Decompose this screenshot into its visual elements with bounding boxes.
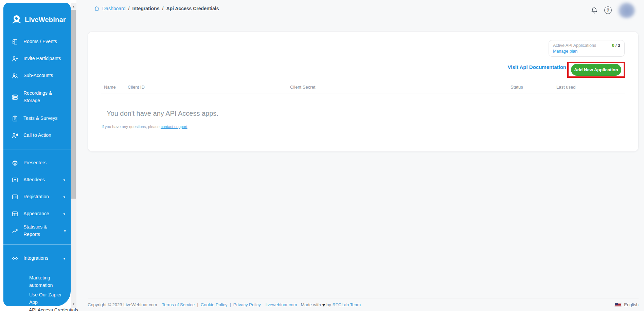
- badge-icon: [12, 177, 18, 183]
- copyright-text: Copyright © 2023 LiveWebinar.com: [88, 302, 157, 307]
- heart-icon: ♥: [322, 302, 325, 308]
- terms-of-service-link[interactable]: Terms of Service: [162, 302, 195, 307]
- avatar[interactable]: [618, 2, 635, 18]
- privacy-policy-link[interactable]: Privacy Policy: [233, 302, 261, 307]
- chart-icon: [12, 227, 18, 234]
- sidebar-item-label: Registration: [23, 193, 49, 201]
- sidebar-subitem-label: Use Our Zapier App: [29, 291, 66, 306]
- us-flag-icon: [615, 303, 621, 307]
- sidebar-item-sub-accounts[interactable]: Sub-Accounts: [3, 67, 71, 84]
- rtclab-team-link[interactable]: RTCLab Team: [333, 302, 361, 307]
- sidebar-item-statistics-reports[interactable]: Statistics & Reports ▾: [3, 222, 71, 239]
- sidebar-subitem-marketing-automation[interactable]: Marketing automation: [3, 272, 71, 291]
- header-actions: ?: [590, 0, 635, 20]
- sidebar-nav: Rooms / Events Invite Participants Sub-A…: [3, 33, 71, 306]
- breadcrumb-separator: /: [128, 6, 130, 11]
- sidebar-scrollbar[interactable]: ▲ ▼: [71, 3, 76, 308]
- breadcrumb-dashboard-link[interactable]: Dashboard: [102, 6, 126, 11]
- api-usage-box: Active API Applications 0 / 3 Manage pla…: [549, 40, 625, 57]
- announce-icon: [12, 132, 18, 139]
- webcam-logo-icon: [10, 15, 22, 25]
- sidebar-item-integrations[interactable]: Integrations ▾: [3, 250, 71, 267]
- cookie-policy-link[interactable]: Cookie Policy: [201, 302, 228, 307]
- bell-icon[interactable]: [590, 6, 598, 14]
- contact-support-link[interactable]: contact support: [161, 125, 187, 129]
- sidebar-item-call-to-action[interactable]: Call to Action: [3, 127, 71, 144]
- breadcrumb: Dashboard / Integrations / Api Access Cr…: [94, 6, 219, 11]
- layout-icon: [12, 211, 18, 217]
- form-icon: [12, 194, 18, 200]
- column-header-last-used: Last used: [556, 85, 575, 90]
- sidebar-item-label: Statistics & Reports: [23, 223, 58, 238]
- column-header-client-id: Client ID: [128, 85, 145, 90]
- sidebar-subitem-label: Marketing automation: [29, 274, 62, 289]
- sidebar-item-label: Rooms / Events: [23, 38, 57, 45]
- chevron-down-icon: ▾: [63, 195, 65, 199]
- api-credentials-card: Active API Applications 0 / 3 Manage pla…: [88, 31, 639, 152]
- door-icon: [12, 38, 18, 45]
- sidebar-item-attendees[interactable]: Attendees ▾: [3, 171, 71, 188]
- column-header-status: Status: [511, 85, 523, 90]
- scroll-down-arrow-icon[interactable]: ▼: [71, 301, 76, 307]
- sidebar-item-label: Call to Action: [23, 132, 51, 139]
- sidebar-item-registration[interactable]: Registration ▾: [3, 188, 71, 205]
- livewebinar-site-link[interactable]: livewebinar.com: [266, 302, 297, 307]
- person-add-icon: [12, 55, 18, 62]
- sidebar-subitem-zapier-app[interactable]: Use Our Zapier App: [3, 291, 71, 306]
- help-icon[interactable]: ?: [604, 6, 612, 14]
- sidebar-item-label: Appearance: [23, 210, 49, 218]
- brand-name: LiveWebinar: [25, 16, 66, 24]
- people-icon: [12, 72, 18, 79]
- manage-plan-link[interactable]: Manage plan: [553, 49, 577, 54]
- chevron-down-icon: ▾: [64, 229, 66, 233]
- sidebar-item-tests-surveys[interactable]: Tests & Surveys: [3, 110, 71, 127]
- language-label: English: [624, 302, 639, 307]
- breadcrumb-integrations[interactable]: Integrations: [132, 6, 159, 11]
- code-icon: [12, 255, 18, 262]
- sidebar-item-label: Invite Participants: [23, 55, 61, 62]
- chevron-down-icon: ▾: [63, 178, 65, 182]
- table-header-divider: [101, 93, 625, 93]
- sidebar-item-label: Recordings & Storage: [23, 90, 61, 104]
- clipboard-icon: [12, 115, 18, 122]
- home-icon[interactable]: [94, 6, 100, 11]
- storage-icon: [12, 94, 18, 100]
- sidebar-item-label: Attendees: [23, 176, 45, 184]
- chevron-down-icon: ▾: [63, 212, 65, 216]
- chevron-down-icon: ▾: [63, 256, 65, 261]
- sidebar-item-presenters[interactable]: Presenters: [3, 154, 71, 171]
- face-icon: [12, 160, 18, 166]
- language-selector[interactable]: English: [615, 302, 639, 307]
- sidebar-item-invite-participants[interactable]: Invite Participants: [3, 50, 71, 67]
- breadcrumb-current-page: Api Access Credentials: [166, 6, 219, 11]
- sidebar-item-recordings-storage[interactable]: Recordings & Storage: [3, 84, 71, 110]
- sidebar-item-rooms-events[interactable]: Rooms / Events: [3, 33, 71, 50]
- scroll-up-arrow-icon[interactable]: ▲: [71, 3, 76, 10]
- column-header-name: Name: [104, 85, 116, 90]
- sidebar-item-label: Sub-Accounts: [23, 72, 53, 79]
- brand-logo[interactable]: LiveWebinar: [3, 3, 71, 29]
- sidebar-divider: [3, 149, 71, 149]
- api-usage-label: Active API Applications: [553, 43, 596, 48]
- add-new-application-button[interactable]: Add New Application: [571, 64, 621, 76]
- breadcrumb-separator: /: [162, 6, 164, 11]
- sidebar-item-appearance[interactable]: Appearance ▾: [3, 205, 71, 222]
- sidebar: LiveWebinar Rooms / Events Invite Partic…: [3, 3, 71, 306]
- column-header-client-secret: Client Secret: [290, 85, 315, 90]
- empty-state-hint: If you have any questions, please contac…: [102, 125, 189, 129]
- visit-api-documentation-link[interactable]: Visit Api Documentation: [507, 64, 566, 70]
- sidebar-item-label: Integrations: [23, 255, 48, 262]
- sidebar-item-label: Presenters: [23, 159, 47, 167]
- footer: Copyright © 2023 LiveWebinar.com Terms o…: [88, 298, 639, 311]
- sidebar-divider: [3, 244, 71, 245]
- annotation-highlight-rectangle: Add New Application: [567, 62, 625, 78]
- sidebar-item-label: Tests & Surveys: [23, 115, 57, 122]
- scrollbar-thumb[interactable]: [71, 10, 76, 199]
- empty-state-title: You don't have any API Access apps.: [107, 110, 218, 117]
- api-usage-count: 0 / 3: [612, 43, 620, 48]
